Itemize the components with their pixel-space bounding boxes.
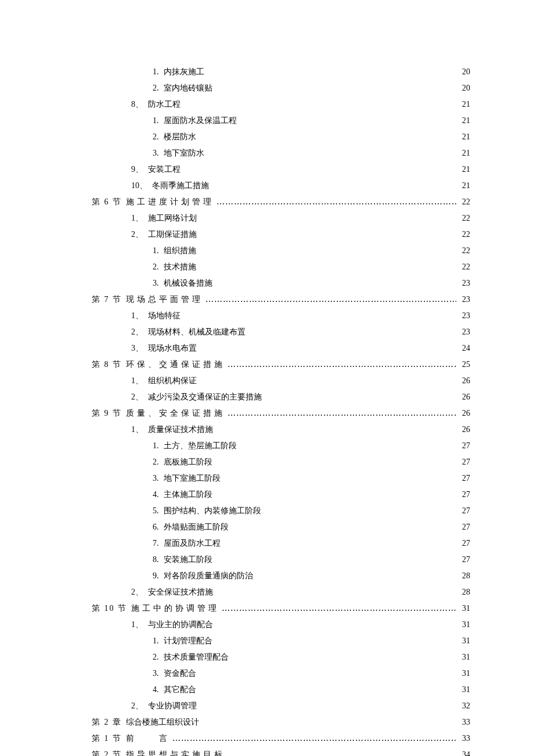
toc-title: 工期保证措施 [148, 226, 197, 243]
toc-leader [197, 375, 459, 383]
toc-title: 内抹灰施工 [164, 64, 204, 80]
toc-title: 安装工程 [148, 161, 181, 178]
toc-item-number: 4. [153, 487, 159, 503]
toc-page-number: 31 [459, 649, 470, 665]
toc-leader [221, 538, 459, 546]
toc-title: 土方、垫层施工阶段 [164, 438, 237, 454]
toc-section-label: 第 2 章 [92, 714, 122, 730]
toc-leader [237, 440, 459, 448]
toc-page-number: 28 [459, 584, 470, 600]
toc-page-number: 23 [459, 291, 470, 308]
toc-title: 对各阶段质量通病的防治 [164, 568, 253, 584]
toc-page-number: 21 [459, 96, 470, 113]
toc-leader [197, 700, 459, 708]
toc-title: 现场材料、机械及临建布置 [148, 324, 246, 340]
toc-leader [199, 717, 459, 725]
toc-page-number: 22 [459, 210, 470, 226]
toc-item-number: 2. [153, 80, 159, 96]
toc-entry: 2、工期保证措施22 [92, 226, 470, 243]
toc-entry: 第 2 章 综合楼施工组织设计33 [92, 714, 470, 730]
toc-title: 计划管理配合 [164, 633, 212, 649]
toc-title: 室内地砖镶贴 [164, 80, 212, 96]
toc-entry: 1、组织机构保证26 [92, 373, 470, 389]
toc-title: 组织措施 [164, 243, 196, 259]
toc-entry: 1.计划管理配合31 [92, 633, 470, 649]
toc-title: 与业主的协调配合 [148, 617, 213, 633]
toc-title: 质量、安全保证措施 [126, 405, 225, 422]
toc-leader [203, 294, 459, 302]
toc-leader [212, 489, 459, 497]
toc-entry: 第 2 节 指导思想与实施目标34 [92, 747, 470, 756]
toc-item-number: 1、 [131, 308, 143, 324]
toc-leader [196, 668, 459, 676]
toc-page-number: 22 [459, 259, 470, 275]
toc-leader [212, 456, 459, 465]
toc-leader [229, 521, 459, 530]
toc-item-number: 1、 [131, 210, 143, 226]
toc-item-number: 1. [153, 438, 159, 454]
toc-page-number: 31 [459, 682, 470, 698]
toc-page-number: 31 [459, 633, 470, 649]
toc-item-number: 1. [153, 243, 159, 259]
toc-page-number: 23 [459, 308, 470, 324]
toc-section-label: 第 10 节 [92, 600, 127, 617]
toc-leader [212, 554, 459, 562]
toc-leader [181, 164, 459, 172]
toc-leader [225, 359, 459, 367]
toc-item-number: 7. [153, 535, 159, 552]
toc-page-number: 27 [459, 503, 470, 519]
toc-title: 施工网络计划 [148, 210, 197, 226]
toc-container: 1.内抹灰施工202.室内地砖镶贴208、防水工程211.屋面防水及保温工程21… [92, 64, 470, 756]
toc-title: 地下室防水 [164, 145, 204, 161]
toc-entry: 第 9 节 质量、安全保证措施26 [92, 405, 470, 422]
toc-leader [209, 180, 459, 188]
toc-item-number: 1. [153, 113, 159, 129]
toc-entry: 2.室内地砖镶贴20 [92, 80, 470, 96]
toc-entry: 4.其它配合31 [92, 682, 470, 698]
toc-title: 现场水电布置 [148, 340, 197, 357]
toc-item-number: 4. [153, 682, 159, 698]
toc-entry: 第 1 节 前 言33 [92, 730, 470, 747]
toc-leader [197, 213, 459, 221]
toc-item-number: 2. [153, 129, 159, 145]
toc-leader [213, 586, 459, 595]
toc-page-number: 21 [459, 129, 470, 145]
toc-item-number: 1、 [131, 617, 143, 633]
toc-title: 技术质量管理配合 [164, 649, 229, 665]
toc-entry: 6.外墙贴面施工阶段27 [92, 519, 470, 535]
toc-item-number: 1、 [131, 422, 143, 438]
toc-title: 安全保证技术措施 [148, 584, 213, 600]
toc-entry: 8、防水工程21 [92, 96, 470, 113]
toc-leader [196, 245, 459, 253]
toc-page-number: 22 [459, 226, 470, 243]
toc-leader [196, 684, 459, 692]
toc-item-number: 1. [153, 633, 159, 649]
toc-item-number: 9、 [131, 161, 143, 178]
toc-item-number: 5. [153, 503, 159, 519]
toc-page-number: 20 [459, 80, 470, 96]
toc-leader [213, 619, 459, 627]
toc-section-label: 第 2 节 [92, 747, 122, 756]
toc-entry: 3.机械设备措施23 [92, 275, 470, 291]
toc-leader [214, 196, 459, 204]
toc-item-number: 6. [153, 519, 159, 535]
toc-page-number: 27 [459, 535, 470, 552]
toc-title: 施工中的协调管理 [131, 600, 219, 617]
toc-leader [262, 391, 459, 399]
toc-leader [181, 99, 459, 107]
toc-entry: 2、专业协调管理32 [92, 698, 470, 714]
toc-item-number: 2、 [131, 226, 143, 243]
toc-title: 资金配合 [164, 665, 196, 682]
toc-entry: 9、安装工程21 [92, 161, 470, 178]
toc-leader [261, 505, 459, 513]
toc-item-number: 9. [153, 568, 159, 584]
toc-section-label: 第 7 节 [92, 291, 122, 308]
toc-title: 场地特征 [148, 308, 181, 324]
toc-leader [225, 408, 459, 416]
toc-item-number: 2、 [131, 584, 143, 600]
toc-item-number: 2. [153, 454, 159, 470]
toc-leader [246, 326, 459, 334]
toc-title: 安装施工阶段 [164, 552, 212, 568]
toc-item-number: 1、 [131, 373, 143, 389]
toc-page-number: 26 [459, 389, 470, 405]
